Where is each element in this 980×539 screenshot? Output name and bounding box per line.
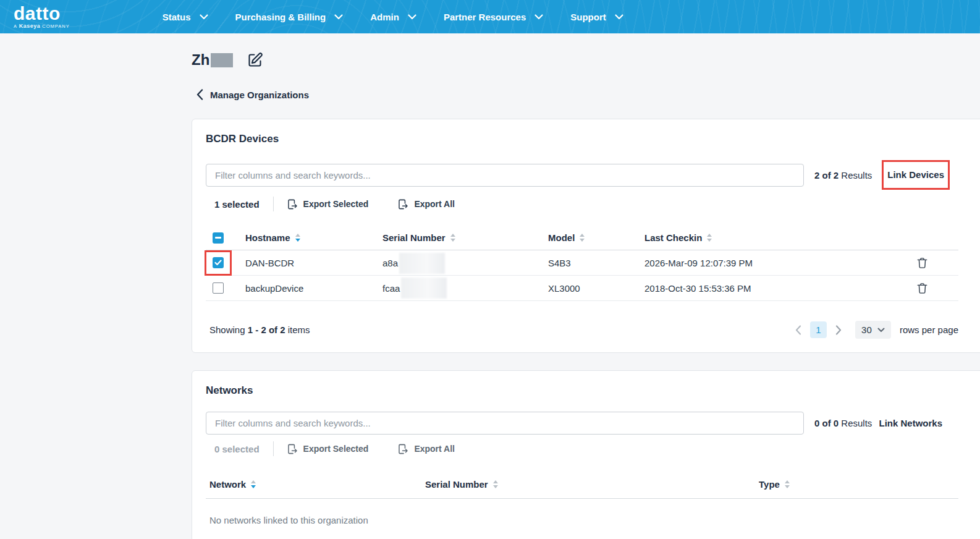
bcdr-export-all-button[interactable]: Export All xyxy=(397,198,455,210)
chevron-down-icon xyxy=(534,14,543,20)
networks-card-title: Networks xyxy=(206,384,974,397)
column-header-model[interactable]: Model xyxy=(548,232,644,243)
networks-selected-count: 0 selected xyxy=(214,444,260,454)
cell-hostname: backupDevice xyxy=(245,283,382,294)
nav-item-label: Purchasing & Billing xyxy=(235,12,326,22)
column-header-type[interactable]: Type xyxy=(759,479,958,490)
nav-item-support[interactable]: Support xyxy=(570,12,623,22)
networks-filter-input[interactable] xyxy=(206,412,804,435)
rows-per-page-select[interactable]: 30 xyxy=(855,321,891,339)
rows-per-page-value: 30 xyxy=(861,325,872,335)
bcdr-pagination: Showing 1 - 2 of 2 items 1 30 xyxy=(206,321,958,339)
cell-last-checkin: 2026-Mar-09 12:07:39 PM xyxy=(644,258,885,268)
link-devices-button[interactable]: Link Devices xyxy=(887,169,944,180)
trash-icon xyxy=(917,282,927,294)
title-redaction-block xyxy=(211,53,233,67)
column-header-serial-number[interactable]: Serial Number xyxy=(425,479,759,490)
column-header-network[interactable]: Network xyxy=(206,479,425,490)
networks-table: Network Serial Number Type No networks l… xyxy=(206,470,958,525)
chevron-down-icon xyxy=(615,14,623,20)
sort-icon xyxy=(450,234,455,242)
table-row-backupdevice: backupDevice fcaa XL3000 2018-Oct-30 15:… xyxy=(206,276,958,301)
nav-item-label: Admin xyxy=(370,12,399,22)
chevron-down-icon xyxy=(408,14,416,20)
row-checkbox-unchecked[interactable] xyxy=(213,282,224,294)
nav-menu: Status Purchasing & Billing Admin Partne… xyxy=(163,12,651,22)
nav-item-label: Support xyxy=(570,12,606,22)
edit-pencil-icon xyxy=(247,52,263,69)
export-selected-label: Export Selected xyxy=(303,199,369,209)
export-all-label: Export All xyxy=(414,444,455,454)
nav-item-label: Status xyxy=(163,12,191,22)
delete-device-button[interactable] xyxy=(915,255,930,271)
chevron-down-icon xyxy=(200,14,208,20)
rows-per-page-label: rows per page xyxy=(900,325,958,335)
delete-device-button[interactable] xyxy=(915,280,930,297)
sort-icon xyxy=(251,480,256,488)
cell-hostname: DAN-BCDR xyxy=(245,258,382,268)
bcdr-export-selected-button[interactable]: Export Selected xyxy=(286,198,369,210)
chevron-right-icon xyxy=(835,325,842,335)
column-header-hostname[interactable]: Hostname xyxy=(245,232,382,243)
export-selected-label: Export Selected xyxy=(303,444,369,454)
showing-items-text: Showing 1 - 2 of 2 items xyxy=(209,325,310,335)
trash-icon xyxy=(917,257,927,269)
networks-export-all-button[interactable]: Export All xyxy=(397,443,455,455)
serial-redaction-block xyxy=(399,253,445,274)
bcdr-results-count: 2 of 2 Results xyxy=(814,170,872,180)
toolbar-divider xyxy=(273,197,274,211)
nav-item-label: Partner Resources xyxy=(444,12,526,22)
edit-organization-name-button[interactable] xyxy=(247,52,263,69)
top-nav-bar: datto A Kaseya COMPANY Status Purchasing… xyxy=(0,0,980,33)
chevron-left-icon xyxy=(196,89,203,100)
networks-card: Networks 0 of 0 Results Link Networks 0 … xyxy=(192,370,980,539)
networks-table-header-row: Network Serial Number Type xyxy=(206,470,958,499)
main-content: Zh Manage Organizations BCDR Devices xyxy=(192,33,980,539)
sort-icon xyxy=(295,234,300,242)
sort-icon xyxy=(707,234,712,242)
chevron-down-icon xyxy=(334,14,343,20)
bcdr-devices-card: BCDR Devices 2 of 2 Results Link Devices… xyxy=(192,119,980,353)
cell-model: XL3000 xyxy=(548,283,644,294)
bcdr-filter-input[interactable] xyxy=(206,164,804,187)
kaseya-company-subtext: A Kaseya COMPANY xyxy=(14,23,70,29)
cell-model: S4B3 xyxy=(548,258,644,268)
chevron-left-icon xyxy=(795,325,801,335)
cell-serial-number: fcaa xyxy=(382,278,548,299)
datto-logo[interactable]: datto A Kaseya COMPANY xyxy=(14,4,70,29)
page-number-button[interactable]: 1 xyxy=(810,321,827,338)
cell-serial-number: a8a xyxy=(382,253,548,274)
networks-export-selected-button[interactable]: Export Selected xyxy=(286,443,369,455)
next-page-button[interactable] xyxy=(833,323,844,337)
column-header-last-checkin[interactable]: Last Checkin xyxy=(644,232,885,243)
export-icon xyxy=(286,443,298,455)
previous-page-button[interactable] xyxy=(793,323,804,337)
datto-logo-text: datto xyxy=(14,4,70,23)
select-all-checkbox-indeterminate[interactable] xyxy=(213,232,224,244)
bcdr-devices-table: Hostname Serial Number Model Last Checki… xyxy=(206,226,958,301)
table-row-dan-bcdr: DAN-BCDR a8a S4B3 2026-Mar-09 12:07:39 P… xyxy=(206,250,958,276)
column-header-serial-number[interactable]: Serial Number xyxy=(382,232,548,243)
sort-icon xyxy=(493,480,498,488)
nav-item-partner-resources[interactable]: Partner Resources xyxy=(444,12,543,22)
chevron-down-icon xyxy=(877,328,885,333)
nav-item-admin[interactable]: Admin xyxy=(370,12,416,22)
serial-redaction-block xyxy=(401,278,447,299)
bcdr-selected-count: 1 selected xyxy=(214,199,260,210)
export-icon xyxy=(397,198,408,210)
nav-item-status[interactable]: Status xyxy=(163,12,208,22)
sort-icon xyxy=(580,234,585,242)
annotation-highlight-row-checkbox xyxy=(205,250,232,276)
sort-icon xyxy=(785,480,790,488)
row-checkbox-checked[interactable] xyxy=(213,257,224,268)
back-link-label: Manage Organizations xyxy=(210,90,309,100)
export-icon xyxy=(397,443,408,455)
export-all-label: Export All xyxy=(414,199,455,209)
back-to-manage-organizations-link[interactable]: Manage Organizations xyxy=(196,89,980,100)
bcdr-card-title: BCDR Devices xyxy=(206,133,974,145)
link-networks-button[interactable]: Link Networks xyxy=(879,418,942,428)
page-viewport: datto A Kaseya COMPANY Status Purchasing… xyxy=(0,0,980,539)
nav-item-purchasing-billing[interactable]: Purchasing & Billing xyxy=(235,12,344,22)
networks-results-count: 0 of 0 Results xyxy=(814,418,872,428)
toolbar-divider xyxy=(273,441,274,456)
